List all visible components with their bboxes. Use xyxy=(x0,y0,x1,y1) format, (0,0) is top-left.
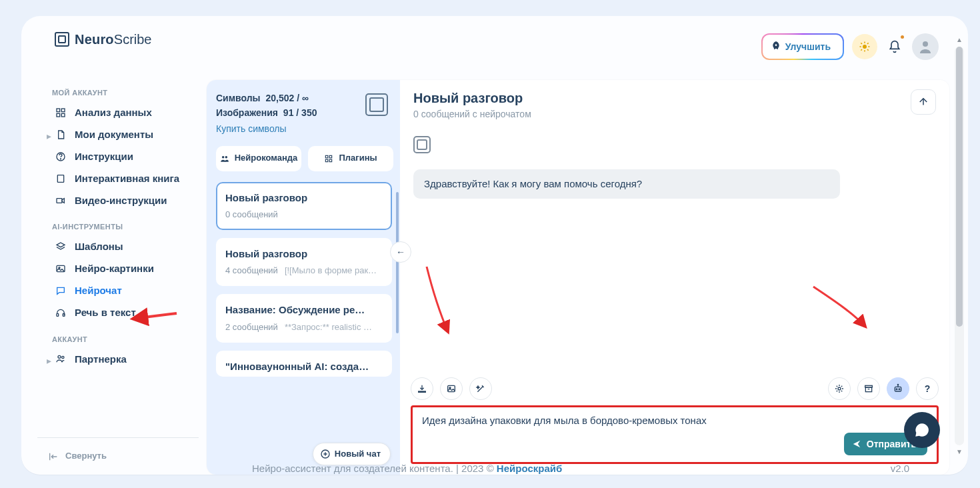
images-label: Изображения xyxy=(216,107,278,118)
question-icon: ? xyxy=(925,383,931,395)
download-icon xyxy=(417,383,427,394)
download-button[interactable] xyxy=(411,377,433,400)
help-floating-button[interactable] xyxy=(904,412,940,448)
logo[interactable]: NeuroScribe xyxy=(55,31,152,48)
chevron-right-icon[interactable]: ▸ xyxy=(47,355,51,367)
footer-tagline: Нейро-ассистент для создателей контента. xyxy=(252,462,453,475)
footer-brand-link[interactable]: Нейроскрайб xyxy=(497,462,562,475)
chat-subtitle: 0 сообщений с нейрочатом xyxy=(413,108,531,120)
attach-image-button[interactable] xyxy=(440,377,463,400)
sidebar-item-video[interactable]: Видео-инструкции xyxy=(37,189,196,211)
sidebar-item-label: Партнерка xyxy=(75,353,127,366)
svg-rect-13 xyxy=(61,113,65,117)
svg-point-23 xyxy=(62,357,64,359)
robot-icon xyxy=(893,383,903,394)
collapse-icon xyxy=(48,451,59,462)
app-window: NeuroScribe Улучшить xyxy=(21,16,968,475)
sidebar-item-partner[interactable]: Партнерка xyxy=(37,348,196,370)
book-icon xyxy=(55,173,67,184)
symbols-value: 20,502 / ∞ xyxy=(265,93,308,103)
rocket-icon xyxy=(771,41,781,51)
symbols-label: Символы xyxy=(216,93,261,103)
theme-toggle-button[interactable] xyxy=(852,34,877,59)
sidebar-item-speech[interactable]: Речь в текст xyxy=(37,302,196,324)
robot-mode-button[interactable] xyxy=(887,377,909,400)
share-button[interactable] xyxy=(911,89,936,115)
conversation-item[interactable]: Новый разговор 0 сообщений xyxy=(216,182,392,230)
window-scrollbar[interactable]: ▲ ▼ xyxy=(955,47,964,445)
composer-input[interactable]: Идея дизайна упаковки для мыла в бордово… xyxy=(422,414,927,430)
scroll-down-icon[interactable]: ▼ xyxy=(955,447,964,457)
svg-point-36 xyxy=(838,387,841,390)
wand-icon xyxy=(475,383,486,394)
conversation-list: Новый разговор 0 сообщений Новый разгово… xyxy=(216,182,393,464)
sidebar-item-book[interactable]: Интерактивная книга xyxy=(37,167,196,189)
notifications-button[interactable] xyxy=(885,37,904,56)
quota-block: Символы 20,502 / ∞ Изображения 91 / 350 … xyxy=(216,92,393,135)
conversation-title: Новый разговор xyxy=(225,191,383,205)
sidebar-section-account: МОЙ АККАУНТ xyxy=(52,88,189,97)
chevron-right-icon[interactable]: ▸ xyxy=(47,130,51,142)
magic-button[interactable] xyxy=(469,377,492,400)
bell-icon xyxy=(888,40,901,53)
svg-rect-26 xyxy=(326,155,329,158)
svg-rect-17 xyxy=(57,198,62,203)
svg-point-0 xyxy=(863,45,867,49)
svg-point-25 xyxy=(225,155,227,158)
chat-title: Новый разговор xyxy=(413,89,531,107)
svg-rect-20 xyxy=(57,313,59,316)
help-button[interactable]: ? xyxy=(916,377,939,400)
tab-plugins[interactable]: Плагины xyxy=(308,146,393,171)
conversation-item[interactable]: "Инноваунонный AI: созда… xyxy=(216,351,392,377)
sidebar-section-tools: AI-ИНСТРУМЕНТЫ xyxy=(52,222,189,231)
svg-point-42 xyxy=(899,389,900,390)
conversation-preview: [![Мыло в форме рак… xyxy=(285,265,383,277)
brand-thin: Scribe xyxy=(114,32,152,47)
conversation-item[interactable]: Новый разговор 4 сообщений[![Мыло в форм… xyxy=(216,238,392,286)
avatar[interactable] xyxy=(912,33,939,60)
brand-badge-icon xyxy=(365,93,388,116)
grid-icon xyxy=(55,107,67,118)
settings-button[interactable] xyxy=(828,377,851,400)
scroll-thumb[interactable] xyxy=(956,47,963,327)
tab-neuroteam[interactable]: Нейрокоманда xyxy=(216,146,301,171)
image-icon xyxy=(446,383,457,394)
panel-collapse-button[interactable]: ← xyxy=(390,241,411,263)
gear-icon xyxy=(834,383,845,394)
archive-button[interactable] xyxy=(857,377,880,400)
header: NeuroScribe Улучшить xyxy=(21,16,968,77)
footer: Нейро-ассистент для создателей контента.… xyxy=(233,456,936,475)
sidebar-item-instructions[interactable]: Инструкции xyxy=(37,145,196,167)
upgrade-label: Улучшить xyxy=(785,41,831,53)
scroll-up-icon[interactable]: ▲ xyxy=(955,35,964,45)
svg-rect-12 xyxy=(57,113,60,117)
list-scrollbar[interactable] xyxy=(396,192,399,333)
sidebar-item-templates[interactable]: Шаблоны xyxy=(37,236,196,258)
svg-point-41 xyxy=(896,389,897,390)
headphones-icon xyxy=(55,307,67,318)
conversation-item[interactable]: Название: Обсуждение ре… 2 сообщений**За… xyxy=(216,294,392,342)
sidebar-section-acct: АККАУНТ xyxy=(52,335,189,344)
chat-icon xyxy=(55,285,67,296)
main-card: Символы 20,502 / ∞ Изображения 91 / 350 … xyxy=(207,80,949,475)
buy-symbols-link[interactable]: Купить символы xyxy=(216,123,360,135)
conversation-preview: **Запрос:** realistic … xyxy=(285,322,383,333)
footer-version: v2.0 xyxy=(891,462,909,475)
share-icon xyxy=(917,96,929,108)
upgrade-button[interactable]: Улучшить xyxy=(763,35,843,59)
conversation-title: Название: Обсуждение ре… xyxy=(225,303,383,317)
sidebar-item-images[interactable]: Нейро-картинки xyxy=(37,258,196,280)
svg-rect-38 xyxy=(865,387,871,392)
sidebar-item-documents[interactable]: Мои документы xyxy=(37,123,196,145)
images-value: 91 / 350 xyxy=(283,107,317,118)
svg-rect-11 xyxy=(61,109,65,112)
sidebar-collapse-button[interactable]: Свернуть xyxy=(37,437,199,475)
tab-label: Плагины xyxy=(339,153,377,164)
footer-copyright: | 2023 © xyxy=(456,462,494,475)
sidebar-item-neurochat[interactable]: Нейрочат xyxy=(37,280,196,302)
sidebar-collapse-label: Свернуть xyxy=(65,451,107,462)
sidebar-item-analytics[interactable]: Анализ данных xyxy=(37,101,196,123)
conversations-panel: Символы 20,502 / ∞ Изображения 91 / 350 … xyxy=(207,80,400,475)
svg-line-7 xyxy=(861,49,862,51)
sidebar-item-label: Мои документы xyxy=(75,128,153,141)
